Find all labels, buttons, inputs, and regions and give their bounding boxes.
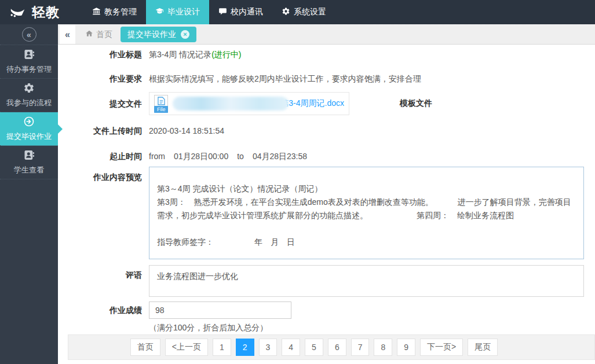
period-to-value: 04月28日23:58	[253, 152, 307, 161]
nav-tab-campus-messages[interactable]: 校内通讯	[209, 0, 272, 24]
score-input[interactable]	[149, 302, 291, 319]
submitted-file-link[interactable]: 第3-4周周记.docx	[280, 98, 344, 109]
pagination: 首页<上一页123456789下一页>尾页	[68, 334, 595, 360]
graduation-cap-icon	[155, 7, 164, 17]
assignment-requirements-value: 根据实际情况填写，能够反映2周内毕业设计工作，要求内容饱满，安排合理	[149, 73, 421, 84]
pagination-page-1[interactable]: 1	[213, 339, 231, 356]
home-icon	[85, 30, 93, 39]
nav-tab-label: 校内通讯	[231, 7, 263, 17]
bank-icon	[92, 7, 101, 17]
pagination-first-page[interactable]: 首页	[130, 339, 160, 356]
sidebar-item-student-view[interactable]: 学生查看	[0, 146, 58, 179]
sidebar-collapse-button[interactable]: «	[22, 27, 36, 42]
nav-tab-academic[interactable]: 教务管理	[83, 0, 146, 24]
comment-row: 评语 业务流程图进一步优化	[58, 265, 595, 297]
assignment-requirements-label: 作业要求	[58, 73, 142, 84]
submitted-file-box: File 第3-4周周记.docx	[149, 92, 349, 115]
period-label: 起止时间	[58, 150, 142, 162]
breadcrumb-home-label: 首页	[96, 30, 112, 40]
upload-time-row: 文件上传时间 2020-03-14 18:51:54	[58, 125, 595, 137]
pagination-page-6[interactable]: 6	[328, 339, 346, 356]
main-content: 作业标题 第3-4周 情况记录(进行中) 作业要求 根据实际情况填写，能够反映2…	[58, 45, 595, 364]
address-book-icon	[23, 49, 35, 62]
top-navbar: 轻教 教务管理 毕业设计 校内通讯 系统设置	[0, 0, 595, 24]
sidebar-item-label: 学生查看	[14, 165, 44, 175]
tab-submit-assignment[interactable]: 提交毕设作业 ×	[121, 27, 196, 42]
content-preview-textarea[interactable]: 第3～4周 完成设计（论文）情况记录（周记） 第3周： 熟悉开发环境，在平台实现…	[149, 167, 584, 259]
pagination-page-7[interactable]: 7	[351, 339, 370, 356]
period-value: from01月28日00:00to04月28日23:58	[149, 150, 316, 162]
nav-tab-system-settings[interactable]: 系统设置	[272, 0, 335, 24]
content-preview-row: 作业内容预览 第3～4周 完成设计（论文）情况记录（周记） 第3周： 熟悉开发环…	[58, 167, 595, 259]
app-title: 轻教	[32, 3, 60, 21]
pagination-page-5[interactable]: 5	[305, 339, 323, 356]
score-note-row: （满分100分，折合后加入总分）	[58, 322, 595, 333]
pagination-page-9[interactable]: 9	[397, 339, 415, 356]
file-icon: File	[154, 95, 168, 113]
pagination-last-page[interactable]: 尾页	[468, 339, 498, 356]
assignment-title-label: 作业标题	[58, 49, 142, 60]
comment-textarea[interactable]: 业务流程图进一步优化	[149, 265, 584, 297]
pagination-page-8[interactable]: 8	[374, 339, 392, 356]
sidebar-item-submit-assignment[interactable]: 提交毕设作业	[0, 112, 58, 146]
pagination-page-4[interactable]: 4	[282, 339, 300, 356]
sidebar-item-pending-tasks[interactable]: 待办事务管理	[0, 45, 58, 79]
redacted-text	[173, 97, 289, 111]
content-preview-label: 作业内容预览	[58, 167, 142, 183]
nav-tab-label: 教务管理	[104, 7, 137, 17]
nav-tab-graduation-design[interactable]: 毕业设计	[146, 0, 209, 24]
app-window: 轻教 教务管理 毕业设计 校内通讯 系统设置 «	[0, 0, 595, 364]
assignment-requirements-row: 作业要求 根据实际情况填写，能够反映2周内毕业设计工作，要求内容饱满，安排合理	[58, 73, 595, 84]
score-note: （满分100分，折合后加入总分）	[149, 322, 268, 333]
score-label: 作业成绩	[58, 304, 142, 316]
pagination-prev-page[interactable]: <上一页	[165, 339, 208, 356]
gear-icon	[282, 7, 290, 17]
period-to-word: to	[237, 152, 244, 161]
nav-tab-label: 系统设置	[294, 7, 326, 17]
sidebar-item-label: 待办事务管理	[6, 64, 52, 75]
collapse-tabs-button[interactable]: «	[60, 25, 75, 44]
sidebar-item-my-processes[interactable]: 我参与的流程	[0, 79, 58, 112]
period-from-word: from	[149, 152, 165, 161]
template-file-label: 模板文件	[400, 98, 432, 109]
file-badge: File	[154, 106, 168, 113]
pagination-page-2[interactable]: 2	[236, 339, 254, 356]
breadcrumb-home[interactable]: 首页	[85, 30, 112, 40]
upload-time-label: 文件上传时间	[58, 125, 142, 137]
sidebar-item-label: 提交毕设作业	[6, 131, 52, 142]
app-logo[interactable]: 轻教	[0, 0, 68, 24]
submitted-file-label: 提交文件	[58, 98, 142, 109]
comment-label: 评语	[58, 265, 142, 281]
close-icon[interactable]: ×	[181, 30, 189, 39]
sidebar: « 待办事务管理 我参与的流程 提交毕设作业 学生查看	[0, 24, 58, 364]
logo-swoosh-icon	[9, 4, 27, 20]
upload-time-value: 2020-03-14 18:51:54	[149, 125, 224, 137]
nav-tab-label: 毕业设计	[167, 7, 200, 17]
gear-icon	[23, 82, 35, 95]
sidebar-collapse-row: «	[0, 24, 58, 45]
submitted-file-row: 提交文件 File 第3-4周周记.docx 模板文件	[58, 92, 595, 115]
chat-bubble-icon	[218, 7, 227, 17]
sidebar-item-label: 我参与的流程	[6, 98, 52, 108]
tab-strip: « 首页 提交毕设作业 ×	[58, 24, 595, 45]
status-badge: (进行中)	[211, 50, 241, 59]
tab-label: 提交毕设作业	[127, 30, 176, 40]
address-book-icon	[23, 149, 35, 163]
arrow-right-circle-icon	[23, 116, 35, 129]
score-row: 作业成绩	[58, 302, 595, 319]
pagination-next-page[interactable]: 下一页>	[420, 339, 463, 356]
period-from-value: 01月28日00:00	[174, 152, 228, 161]
assignment-title-value: 第3-4周 情况记录(进行中)	[149, 49, 241, 60]
assignment-title-row: 作业标题 第3-4周 情况记录(进行中)	[58, 49, 595, 60]
pagination-page-3[interactable]: 3	[259, 339, 278, 356]
period-row: 起止时间 from01月28日00:00to04月28日23:58	[58, 150, 595, 162]
